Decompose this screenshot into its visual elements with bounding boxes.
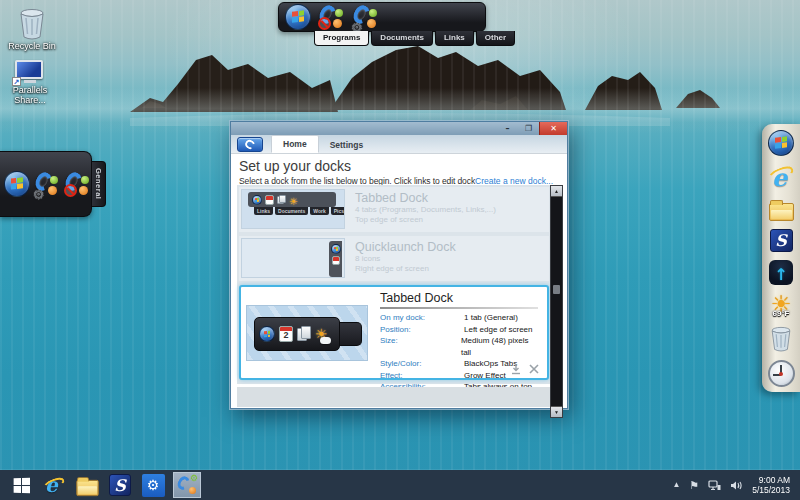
desktop-icon-label: Parallels Share... xyxy=(4,85,56,105)
taskbar-objectdock-active[interactable]: ⚙ xyxy=(173,472,201,498)
dock-title: Tabbed Dock xyxy=(355,191,496,205)
impulse-icon[interactable]: ↑ xyxy=(769,260,793,285)
up-arrow-icon: ↑ xyxy=(774,265,787,285)
objectdock-settings-icon[interactable]: ⚙ xyxy=(353,4,379,30)
network-icon[interactable] xyxy=(708,480,721,491)
dock-tab-programs[interactable]: Programs xyxy=(314,31,369,46)
shortcut-arrow-icon: ↗ xyxy=(12,77,21,86)
file-explorer-icon xyxy=(76,479,99,495)
taskbar-stardock[interactable]: S xyxy=(107,472,133,498)
taskbar: e S ⚙ ⚙ ▲ ⚑ xyxy=(0,470,800,500)
mini-tab: Pics xyxy=(331,207,345,215)
window-body: Set up your docks Select a dock from the… xyxy=(231,154,567,408)
dock-thumbnail: ☀ Links Documents Work Pics xyxy=(241,189,345,229)
app-menu-button[interactable] xyxy=(237,137,263,152)
hidden-icons-chevron[interactable]: ▲ xyxy=(672,481,680,489)
scrollbar[interactable]: ▲ ▼ xyxy=(550,185,563,418)
objectdock-window: – ❐ ✕ Home Settings Set up your docks Se… xyxy=(230,121,568,409)
windows-orb-icon[interactable] xyxy=(768,130,794,156)
dock-list-item-selected[interactable]: 2 ☀ Tabbed Dock On my dock:1 tab (Genera… xyxy=(239,285,549,380)
windows-orb-icon xyxy=(331,244,341,254)
detail-value: Grow Effect xyxy=(464,370,506,382)
mini-tab: Documents xyxy=(275,207,308,215)
stardock-icon: S xyxy=(109,474,131,496)
left-dock: ⚙ xyxy=(0,151,92,217)
detail-label[interactable]: Style/Color: xyxy=(380,358,464,370)
weather-icon: ☀ xyxy=(315,325,328,343)
detail-value: Medium (48) pixels tall xyxy=(461,335,538,358)
dock-list-item-quicklaunch[interactable]: Quicklaunch Dock 8 icons Right edge of s… xyxy=(239,236,549,281)
tray-time: 9:00 AM xyxy=(752,475,790,485)
desktop-icon-parallels-shared[interactable]: ↗ Parallels Share... xyxy=(4,60,56,105)
recycle-bin-icon[interactable] xyxy=(769,326,793,352)
dock-tab-other[interactable]: Other xyxy=(476,31,515,46)
objectdock-icon: ⚙ xyxy=(178,476,196,494)
tray-date: 5/15/2013 xyxy=(752,485,790,495)
mini-tab: Work xyxy=(310,207,328,215)
dock-list-item-tabbed-top[interactable]: ☀ Links Documents Work Pics Tabbed Dock … xyxy=(239,187,549,232)
desktop-icon-label: Recycle Bin xyxy=(6,41,58,51)
detail-value: 1 tab (General) xyxy=(464,312,518,324)
detail-label[interactable]: Effect: xyxy=(380,370,464,382)
desktop: Recycle Bin ↗ Parallels Share... ⚙ Progr… xyxy=(0,0,800,500)
detail-label[interactable]: Position: xyxy=(380,324,464,336)
close-button[interactable]: ✕ xyxy=(539,122,567,135)
right-dock: e S ↑ ☀ 69°F xyxy=(762,124,800,392)
top-dock-tabs: Programs Documents Links Other xyxy=(314,31,515,46)
taskbar-settings[interactable]: ⚙ xyxy=(140,472,166,498)
weather-icon: ☀ xyxy=(289,191,298,209)
clock-icon[interactable] xyxy=(768,360,795,387)
start-button[interactable] xyxy=(8,472,34,498)
windows-orb-icon[interactable] xyxy=(4,171,30,197)
scrollbar-thumb[interactable] xyxy=(553,285,560,294)
internet-explorer-icon[interactable]: e xyxy=(768,164,794,190)
dock-info: Right edge of screen xyxy=(355,264,456,274)
scroll-down-button[interactable]: ▼ xyxy=(551,406,562,417)
mini-tab: Links xyxy=(254,207,273,215)
objectdock-disabled-icon[interactable] xyxy=(319,4,345,30)
windows-orb-icon xyxy=(252,195,262,205)
dock-title: Quicklaunch Dock xyxy=(355,240,456,254)
export-dock-icon[interactable] xyxy=(510,363,522,375)
desktop-icon-recycle-bin[interactable]: Recycle Bin xyxy=(6,8,58,51)
dock-info: 8 icons xyxy=(355,254,456,264)
detail-value: Left edge of screen xyxy=(464,324,533,336)
detail-label[interactable]: Size: xyxy=(380,335,461,358)
minimize-button[interactable]: – xyxy=(497,122,518,135)
objectdock-logo-icon xyxy=(243,138,256,151)
windows-orb-icon[interactable] xyxy=(285,4,311,30)
maximize-button[interactable]: ❐ xyxy=(518,122,539,135)
window-titlebar[interactable]: – ❐ ✕ xyxy=(231,122,567,135)
tab-settings[interactable]: Settings xyxy=(319,137,375,153)
stardock-icon[interactable]: S xyxy=(770,229,793,252)
taskbar-internet-explorer[interactable]: e xyxy=(41,472,67,498)
objectdock-disabled-icon[interactable] xyxy=(65,171,91,197)
system-tray: ▲ ⚑ 9:00 AM 5/15/2013 xyxy=(672,475,800,495)
left-dock-tab-label: General xyxy=(94,168,103,199)
documents-icon xyxy=(297,326,311,342)
dock-info: Top edge of screen xyxy=(355,215,496,225)
tray-clock[interactable]: 9:00 AM 5/15/2013 xyxy=(752,475,790,495)
dock-tab-links[interactable]: Links xyxy=(435,31,474,46)
dock-tab-documents[interactable]: Documents xyxy=(371,31,433,46)
left-dock-tab-general[interactable]: General xyxy=(92,161,106,207)
documents-icon xyxy=(277,195,286,205)
tab-home[interactable]: Home xyxy=(271,135,319,153)
file-explorer-icon[interactable] xyxy=(769,203,794,221)
volume-icon[interactable] xyxy=(730,480,743,491)
dock-thumbnail: 2 ☀ xyxy=(246,305,368,361)
detail-label[interactable]: On my dock: xyxy=(380,312,464,324)
windows-orb-icon xyxy=(259,326,275,342)
gear-icon: ⚙ xyxy=(33,188,45,201)
computer-shortcut-icon: ↗ xyxy=(15,60,45,84)
divider xyxy=(380,307,538,309)
action-center-flag-icon[interactable]: ⚑ xyxy=(689,480,699,491)
calendar-icon: 2 xyxy=(279,326,293,342)
dock-info: 4 tabs (Programs, Documents, Links,...) xyxy=(355,205,496,215)
taskbar-file-explorer[interactable] xyxy=(74,472,100,498)
gear-icon: ⚙ xyxy=(142,474,165,497)
delete-dock-icon[interactable] xyxy=(528,363,540,375)
objectdock-settings-icon[interactable]: ⚙ xyxy=(35,171,61,197)
weather-icon[interactable]: ☀ 69°F xyxy=(771,293,792,318)
scroll-up-button[interactable]: ▲ xyxy=(551,186,562,197)
